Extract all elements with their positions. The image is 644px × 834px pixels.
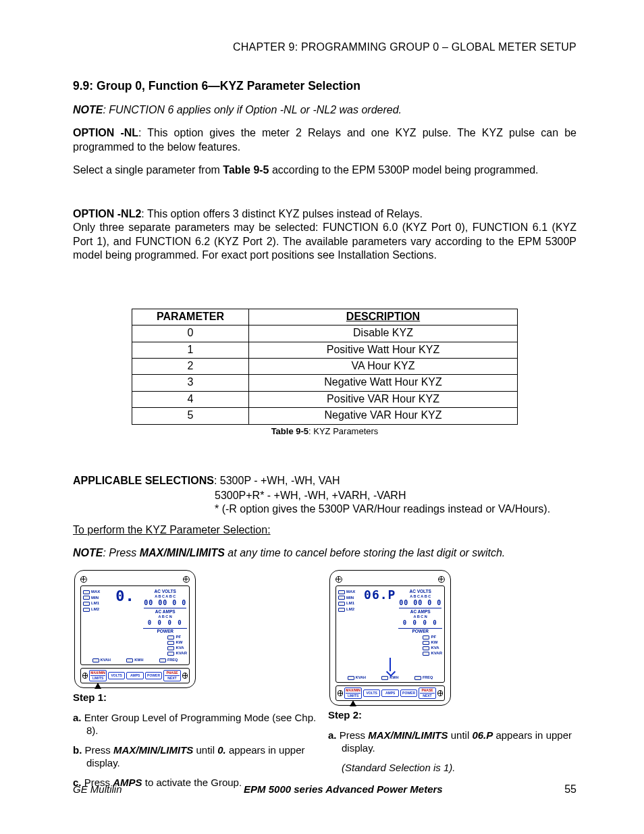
option-nl-paragraph: OPTION -NL: This option gives the meter … [73, 126, 576, 154]
step-1b-prefix: b. [73, 744, 85, 756]
footer-mid: EPM 5000 series Advanced Power Meters [244, 783, 443, 796]
table-caption: Table 9-5: KYZ Parameters [73, 426, 576, 438]
step-1a-text: Enter Group Level of Programming Mode (s… [84, 712, 317, 736]
footer-left: GE Multilin [73, 783, 122, 796]
table-cell: 3 [132, 375, 249, 391]
table-header-description: DESCRIPTION [249, 309, 518, 325]
table-caption-text: : KYZ Parameters [308, 426, 378, 436]
note2-pre: : Press [103, 547, 139, 558]
step-1a: a. Enter Group Level of Programming Mode… [73, 711, 321, 737]
phase-next-button: PHASENEXT [163, 670, 180, 681]
note-function6: NOTE: FUNCTION 6 applies only if Option … [73, 103, 576, 117]
table-cell: Positive VAR Hour KYZ [249, 391, 518, 407]
maxmin-limits-button: MAX/MINLIMITS [89, 670, 107, 681]
screw-icon [80, 576, 87, 583]
table-cell: 0 [132, 325, 249, 342]
screw-icon [82, 673, 88, 679]
step-2a: a. Press MAX/MIN/LIMITS until 06.P appea… [328, 729, 576, 754]
right-panel: AC VOLTS A B C A B C 00 00 0 0 AC AMPS A… [143, 588, 187, 657]
applicable-label: APPLICABLE SELECTIONS [73, 475, 214, 486]
indicator-column: MAX MIN LM1 LM2 [338, 588, 361, 657]
down-arrow-icon [387, 658, 394, 674]
meter-diagram-2: MAX MIN LM1 LM2 06.P AC VOLTS A B C A B … [329, 570, 451, 706]
select-pre: Select a single parameter from [73, 164, 223, 176]
applicable-line2: 5300P+R* - +WH, -WH, +VARH, -VARH [215, 489, 576, 502]
step-2a-t2: until [448, 729, 473, 741]
table-cell: 5 [132, 408, 249, 424]
step-1b-t2: until [193, 744, 217, 756]
table-cell: Positive Watt Hour KYZ [249, 342, 518, 358]
table-cell: 1 [132, 342, 249, 358]
table-cell: 2 [132, 359, 249, 375]
select-line: Select a single parameter from Table 9-5… [73, 163, 576, 177]
page-footer: GE Multilin EPM 5000 series Advanced Pow… [73, 783, 576, 796]
step-2a-prefix: a. [328, 729, 340, 741]
option-nl2-label: OPTION -NL2 [73, 208, 141, 219]
right-panel: AC VOLTS A B C A B C 00 00 0 0 AC AMPS A… [398, 588, 442, 657]
table-cell: Negative Watt Hour KYZ [249, 375, 518, 391]
footer-page: 55 [564, 783, 576, 796]
main-display: 06.P [364, 588, 396, 657]
amps-button: AMPS [381, 689, 398, 697]
indicator-column: MAX MIN LM1 LM2 [83, 588, 107, 657]
step-1a-prefix: a. [73, 712, 84, 723]
step-1b-bold: MAX/MIN/LIMITS [113, 744, 193, 756]
table-row: 1Positive Watt Hour KYZ [132, 342, 518, 358]
step-1b-bi: 0. [217, 744, 226, 756]
table-row: 0Disable KYZ [132, 325, 518, 342]
note-prefix: NOTE [73, 104, 103, 115]
note2-bold: MAX/MIN/LIMITS [140, 547, 225, 558]
table-row: 2VA Hour KYZ [132, 359, 518, 375]
kva-row: KVAH KWH FREQ [83, 656, 187, 662]
screw-icon [182, 673, 188, 679]
volts-button: VOLTS [363, 689, 380, 697]
kyz-parameters-table: PARAMETER DESCRIPTION 0Disable KYZ 1Posi… [132, 309, 518, 425]
step-2-std: (Standard Selection is 1). [328, 761, 576, 774]
step-2a-bold: MAX/MIN/LIMITS [368, 729, 448, 741]
applicable-selections: APPLICABLE SELECTIONS: 5300P - +WH, -WH,… [73, 474, 576, 488]
phase-next-button: PHASENEXT [419, 687, 435, 699]
screw-icon [336, 576, 342, 583]
applicable-text1: : 5300P - +WH, -WH, VAH [214, 475, 340, 486]
step-1-column: MAX MIN LM1 LM2 0. AC VOLTS A B C A B C … [73, 570, 321, 796]
step-1b-t1: Press [85, 744, 114, 756]
step-1-label: Step 1: [73, 691, 321, 704]
applicable-line3: * (-R option gives the 5300P VAR/Hour re… [215, 502, 576, 516]
button-bar: MAX/MINLIMITS VOLTS AMPS POWER PHASENEXT [80, 668, 190, 683]
screw-icon [183, 576, 190, 583]
table-header-parameter: PARAMETER [132, 309, 249, 325]
option-nl-label: OPTION -NL [73, 127, 138, 138]
power-button: POWER [145, 672, 162, 679]
applicable-indented: 5300P+R* - +WH, -WH, +VARH, -VARH * (-R … [215, 489, 576, 517]
screw-icon [437, 690, 443, 696]
select-bold: Table 9-5 [223, 164, 269, 176]
step-1b: b. Press MAX/MIN/LIMITS until 0. appears… [73, 744, 321, 769]
volts-button: VOLTS [108, 672, 125, 679]
perform-text: To perform the KYZ Parameter Selection: [73, 524, 271, 536]
table-row: 3Negative Watt Hour KYZ [132, 375, 518, 391]
main-display: 0. [110, 588, 141, 657]
table-cell: Negative VAR Hour KYZ [249, 408, 518, 424]
button-bar: MAX/MINLIMITS VOLTS AMPS POWER PHASENEXT [336, 685, 445, 701]
power-button: POWER [400, 689, 417, 697]
step-2-column: MAX MIN LM1 LM2 06.P AC VOLTS A B C A B … [328, 570, 576, 796]
table-row: 4Positive VAR Hour KYZ [132, 391, 518, 407]
screw-icon [338, 690, 343, 696]
table-row: 5Negative VAR Hour KYZ [132, 408, 518, 424]
perform-line: To perform the KYZ Parameter Selection: [73, 523, 576, 537]
maxmin-limits-button: MAX/MINLIMITS [344, 687, 362, 699]
option-nl-text: : This option gives the meter 2 Relays a… [73, 127, 576, 152]
step-2a-bi: 06.P [472, 729, 493, 741]
note-text: : FUNCTION 6 applies only if Option -NL … [103, 104, 402, 115]
steps-row: MAX MIN LM1 LM2 0. AC VOLTS A B C A B C … [73, 570, 576, 796]
meter-diagram-1: MAX MIN LM1 LM2 0. AC VOLTS A B C A B C … [74, 570, 196, 689]
table-cell: 4 [132, 391, 249, 407]
note2-post: at any time to cancel before storing the… [225, 547, 505, 558]
select-post: according to the EPM 5300P model being p… [269, 164, 539, 176]
table-caption-bold: Table 9-5 [271, 426, 308, 436]
screw-icon [438, 576, 445, 583]
note2-prefix: NOTE [73, 547, 103, 558]
option-nl2-text1: : This option offers 3 distinct KYZ puls… [141, 208, 423, 219]
step-2-label: Step 2: [328, 708, 576, 721]
note-maxmin: NOTE: Press MAX/MIN/LIMITS at any time t… [73, 546, 576, 560]
